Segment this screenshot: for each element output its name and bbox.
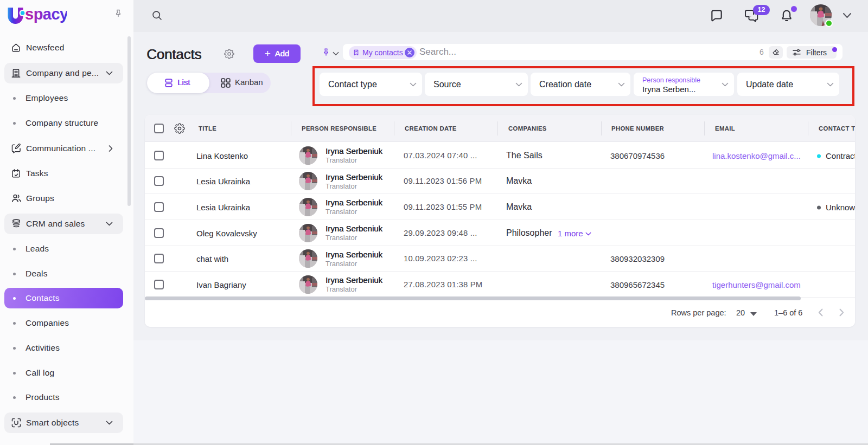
svg-text:spacy: spacy	[25, 7, 67, 23]
